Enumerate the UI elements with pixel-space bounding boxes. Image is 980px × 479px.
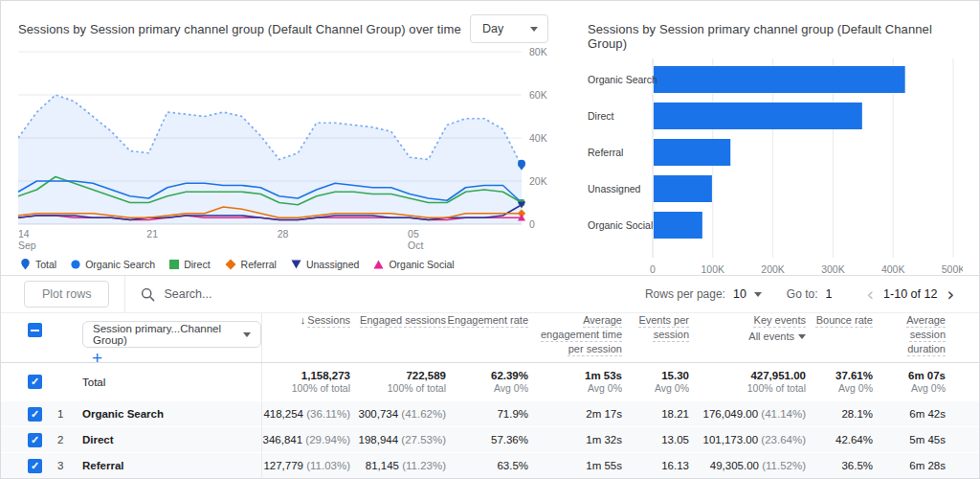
line-chart-title: Sessions by Session primary channel grou…	[18, 14, 461, 36]
metric-cell: 71.9%	[446, 408, 528, 420]
svg-text:Organic Social: Organic Social	[588, 219, 653, 231]
rows-per-page-caret-icon[interactable]	[754, 292, 762, 297]
key-events-filter-dropdown[interactable]: All events	[748, 330, 806, 344]
check-mark: ✓	[31, 409, 39, 420]
check-mark: ✓	[31, 461, 39, 471]
legend-label: Organic Social	[389, 259, 454, 270]
metric-cell: 13.05	[622, 434, 689, 445]
metric-cell: 2m 17s	[528, 408, 622, 420]
check-mark: ✓	[31, 376, 39, 387]
column-header-engagement-rate[interactable]: Engagement rate	[446, 313, 528, 356]
row-check-cell: ✓	[1, 433, 42, 447]
total-value: 15.30	[622, 369, 689, 382]
total-metric: 37.61%Avg 0%	[806, 369, 873, 395]
row-metrics: 346,841 (29.94%)198,944 (27.53%)57.36%1m…	[262, 434, 979, 445]
pin-icon	[20, 259, 31, 270]
metric-cell: 16.13	[622, 460, 689, 471]
search-icon	[141, 287, 155, 302]
row-checkbox[interactable]: ✓	[28, 433, 42, 447]
row-dim-group: ✓ 2 Direct	[1, 427, 262, 452]
total-value: 1,158,273	[262, 369, 350, 382]
circle-icon	[71, 260, 80, 269]
metric-cell: 1m 32s	[528, 434, 622, 445]
totals-metrics: 1,158,273100% of total722,589100% of tot…	[262, 369, 979, 395]
row-index: 3	[42, 460, 82, 471]
legend-item-total: Total	[20, 259, 56, 270]
legend-item-unassigned: Unassigned	[291, 259, 359, 270]
column-header-average-engagement-time-per-session[interactable]: Average engagement time per session	[528, 313, 622, 356]
row-checkbox[interactable]: ✓	[28, 459, 42, 473]
svg-text:300K: 300K	[821, 263, 845, 275]
goto-page-input[interactable]: 1	[826, 287, 833, 301]
column-label[interactable]: Engagement rate	[448, 314, 528, 326]
channels-table-section: Plot rows Rows per page: 10 Go to: 1 ‹ 1…	[1, 275, 979, 478]
sessions-bar-chart: 0100K200K300K400K500KOrganic SearchDirec…	[588, 58, 963, 285]
diamond-icon	[225, 259, 236, 270]
total-value: 37.61%	[806, 369, 873, 382]
channel-name: Direct	[82, 434, 261, 445]
column-header-bounce-rate[interactable]: Bounce rate	[806, 313, 873, 356]
metric-cell: 1m 55s	[528, 460, 622, 471]
table-row-organic-search: ✓ 1 Organic Search 418,254 (36.11%)300,7…	[1, 400, 979, 426]
column-label[interactable]: Sessions	[307, 314, 350, 326]
column-header-events-per-session[interactable]: Events per session	[622, 313, 689, 356]
legend-label: Direct	[184, 259, 210, 270]
select-all-checkbox[interactable]	[28, 323, 42, 337]
metric-cell: 176,049.00 (41.14%)	[689, 408, 806, 420]
prev-page-icon[interactable]: ‹	[864, 287, 876, 301]
total-subvalue: Avg 0%	[873, 382, 946, 395]
column-label[interactable]: Bounce rate	[816, 314, 873, 326]
granularity-dropdown[interactable]: Day	[470, 14, 548, 43]
dimension-dropdown[interactable]: Session primary...Channel Group)	[82, 321, 261, 348]
column-label[interactable]: Events per session	[638, 314, 689, 340]
dimension-selector-cell: Session primary...Channel Group) +	[82, 323, 261, 369]
column-header-key-events[interactable]: Key eventsAll events	[689, 313, 806, 356]
metric-cell: 49,305.00 (11.52%)	[689, 460, 806, 471]
row-checkbox[interactable]: ✓	[28, 407, 42, 422]
row-dim-group: ✓ 3 Referral	[1, 453, 262, 478]
column-label[interactable]: Average engagement time per session	[541, 314, 622, 354]
plot-rows-button[interactable]: Plot rows	[24, 281, 109, 308]
column-header-engaged-sessions[interactable]: Engaged sessions	[350, 313, 446, 356]
channel-name: Organic Search	[82, 408, 261, 420]
pagination-controls: Rows per page: 10 Go to: 1 ‹ 1-10 of 12 …	[645, 287, 956, 301]
svg-text:05: 05	[408, 228, 419, 240]
row-metrics: 418,254 (36.11%)300,734 (41.62%)71.9%2m …	[262, 408, 979, 420]
rows-per-page-value[interactable]: 10	[733, 287, 746, 301]
svg-text:Unassigned: Unassigned	[588, 183, 641, 194]
metric-cell: 198,944 (27.53%)	[350, 434, 446, 445]
totals-checkbox[interactable]: ✓	[28, 375, 42, 389]
metric-cell: 57.36%	[446, 434, 528, 445]
row-metrics: 127,779 (11.03%)81,145 (11.23%)63.5%1m 5…	[262, 460, 979, 471]
total-value: 1m 53s	[528, 369, 622, 382]
total-value: 6m 07s	[873, 369, 946, 382]
total-subvalue: 100% of total	[262, 382, 350, 395]
next-page-icon[interactable]: ›	[945, 287, 956, 301]
column-label[interactable]: Average session duration	[906, 314, 946, 354]
totals-check-cell: ✓	[1, 375, 42, 389]
total-metric: 6m 07sAvg 0%	[873, 369, 946, 395]
sessions-over-time-card: Sessions by Session primary channel grou…	[1, 1, 568, 275]
legend-label: Total	[35, 259, 56, 270]
svg-text:200K: 200K	[761, 263, 785, 275]
column-label[interactable]: Key events	[754, 314, 806, 326]
line-card-header: Sessions by Session primary channel grou…	[18, 14, 568, 43]
table-search[interactable]	[141, 287, 644, 302]
metric-headers: ↓ SessionsEngaged sessionsEngagement rat…	[262, 313, 979, 356]
analytics-report-panel: Sessions by Session primary channel grou…	[0, 0, 980, 479]
legend-item-organic-search: Organic Search	[71, 259, 155, 270]
metric-cell: 81,145 (11.23%)	[350, 460, 446, 471]
svg-text:Sep: Sep	[18, 240, 36, 251]
goto-label: Go to:	[787, 287, 818, 301]
metric-cell: 101,173.00 (23.64%)	[689, 434, 806, 445]
svg-text:0: 0	[650, 263, 656, 275]
total-metric: 1,158,273100% of total	[262, 369, 350, 395]
search-input[interactable]	[164, 287, 374, 301]
legend-item-direct: Direct	[169, 259, 210, 270]
rows-per-page-label: Rows per page:	[645, 287, 725, 301]
line-chart-legend: TotalOrganic SearchDirectReferralUnassig…	[18, 259, 568, 270]
column-header-sessions[interactable]: ↓ Sessions	[262, 313, 350, 356]
column-header-average-session-duration[interactable]: Average session duration	[873, 313, 946, 356]
divider	[124, 276, 125, 312]
column-label[interactable]: Engaged sessions	[360, 314, 446, 326]
